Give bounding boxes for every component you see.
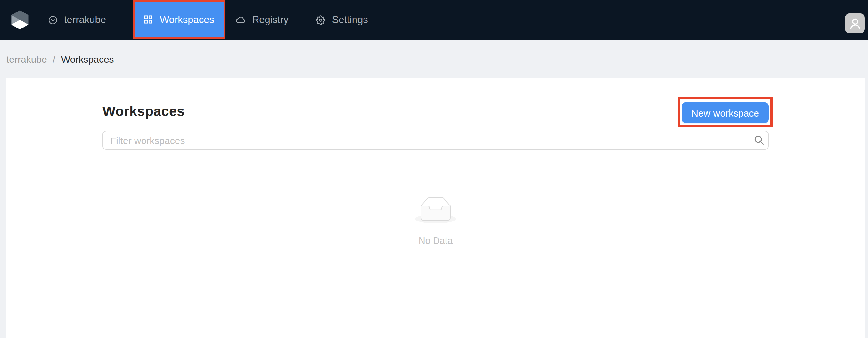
- tab-settings-label: Settings: [332, 14, 368, 26]
- workspace-filter-row: [102, 131, 769, 150]
- new-workspace-button[interactable]: New workspace: [682, 102, 769, 123]
- breadcrumb: terrakube / Workspaces: [0, 40, 868, 78]
- search-button[interactable]: [749, 131, 769, 150]
- empty-state: No Data: [102, 197, 769, 246]
- page-title: Workspaces: [102, 103, 185, 121]
- cloud-icon: [236, 16, 246, 24]
- filter-workspaces-input[interactable]: [102, 131, 749, 150]
- org-label: terrakube: [64, 14, 106, 26]
- empty-state-text: No Data: [102, 236, 769, 246]
- content-card: Workspaces New workspace: [6, 78, 865, 338]
- workspaces-header-row: Workspaces New workspace: [102, 97, 769, 127]
- tab-workspaces[interactable]: Workspaces: [135, 2, 224, 37]
- tab-settings[interactable]: Settings: [301, 0, 381, 40]
- empty-inbox-icon: [415, 197, 456, 224]
- hexagon-cube-icon: [9, 9, 31, 31]
- search-icon: [754, 135, 764, 145]
- tab-registry[interactable]: Registry: [226, 0, 301, 40]
- org-selector[interactable]: terrakube: [48, 0, 120, 40]
- breadcrumb-item-workspaces: Workspaces: [61, 54, 114, 64]
- gear-icon: [316, 15, 326, 25]
- breadcrumb-item-terrakube[interactable]: terrakube: [6, 54, 47, 64]
- annotation-box-workspaces-tab: Workspaces: [133, 0, 226, 39]
- user-icon: [848, 17, 861, 30]
- tab-registry-label: Registry: [252, 14, 288, 26]
- content-container: Workspaces New workspace: [102, 78, 769, 246]
- tab-workspaces-label: Workspaces: [160, 14, 214, 25]
- annotation-box-new-workspace: New workspace: [678, 97, 773, 127]
- breadcrumb-separator: /: [53, 54, 55, 64]
- main-menu: terrakube Workspaces: [48, 0, 381, 40]
- terrakube-hexagon-logo[interactable]: [9, 9, 31, 31]
- down-circle-icon: [48, 15, 58, 25]
- user-avatar[interactable]: [845, 13, 865, 33]
- top-navbar: terrakube Workspaces: [0, 0, 868, 40]
- app-root: terrakube Workspaces: [0, 0, 868, 338]
- appstore-grid-icon: [145, 15, 153, 24]
